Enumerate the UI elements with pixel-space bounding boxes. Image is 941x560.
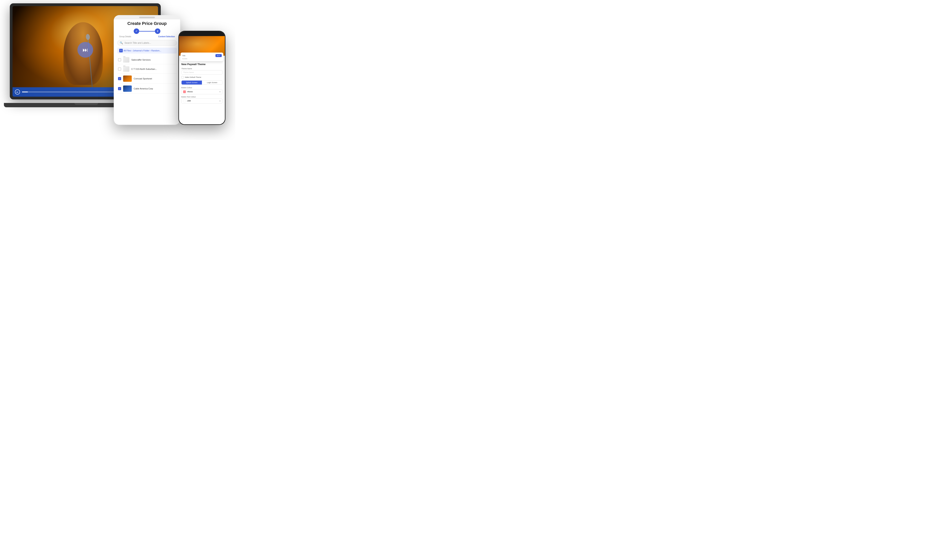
tablet-device: Create Price Group ✓ 2 Group Details Con… bbox=[114, 15, 180, 125]
paywall-theme-section: New Paywall Theme Theme Name Theme Name … bbox=[179, 61, 225, 124]
buy-button[interactable]: BUY bbox=[215, 54, 222, 57]
page-title: Create Price Group bbox=[117, 21, 177, 26]
file-checkbox-3[interactable]: ✓ bbox=[118, 77, 121, 80]
file-list: Salecraffer Services C T V13-North Subur… bbox=[117, 55, 177, 94]
file-checkbox-1[interactable] bbox=[118, 58, 121, 62]
paywall-subtitle: Subtitle bbox=[182, 58, 222, 60]
play-button[interactable]: ⏭ bbox=[15, 89, 20, 94]
file-thumb-4 bbox=[123, 86, 132, 92]
step-2-label: Content Selection bbox=[158, 35, 175, 38]
screen-tabs: Splash Screen Login Screen bbox=[181, 80, 223, 85]
phone-notch bbox=[195, 32, 209, 35]
step-line bbox=[139, 31, 155, 32]
breadcrumb[interactable]: ☰ All Files › Johanna's Folder › Random.… bbox=[117, 48, 177, 54]
file-name-1: Salecraffer Services bbox=[131, 58, 176, 61]
tab-splash-screen[interactable]: Splash Screen bbox=[181, 81, 202, 85]
main-scene: ⏭ ⏭ 0:15 🔊 ⏪ bbox=[10, 3, 226, 137]
make-default-row: Make Default Theme bbox=[181, 76, 223, 78]
tab-login-screen[interactable]: Login Screen bbox=[202, 81, 222, 85]
file-name-2: C T V13-North Suburban... bbox=[131, 68, 176, 70]
file-checkbox-4[interactable]: ✓ bbox=[118, 87, 121, 90]
tablet-inner: Create Price Group ✓ 2 Group Details Con… bbox=[114, 15, 180, 125]
phone-notch-area bbox=[179, 31, 225, 36]
button-text-colour-swatch bbox=[183, 100, 186, 102]
progress-fill bbox=[22, 92, 28, 92]
file-thumb-3 bbox=[123, 75, 132, 82]
button-colour-label: Button Colour bbox=[181, 87, 223, 89]
search-icon: 🔍 bbox=[120, 42, 123, 44]
paywall-title: Title bbox=[182, 55, 186, 57]
tablet-notch bbox=[139, 17, 155, 18]
wizard-stepper: ✓ 2 bbox=[117, 28, 177, 34]
play-overlay-button[interactable]: ⏭ bbox=[77, 42, 93, 58]
list-item: Salecraffer Services bbox=[117, 55, 177, 64]
file-name-3: Comcast Sportsnet bbox=[134, 77, 176, 80]
step-1-circle: ✓ bbox=[134, 28, 139, 34]
step-1-label: Group Details bbox=[119, 35, 131, 38]
theme-name-label: Theme Name bbox=[181, 68, 223, 69]
phone-device: Title BUY Subtitle New Paywall Theme The… bbox=[178, 31, 226, 125]
paywall-card: Title BUY Subtitle bbox=[181, 52, 223, 61]
breadcrumb-text: All Files › Johanna's Folder › Random... bbox=[123, 49, 161, 52]
list-item: ✓ Comcast Sportsnet bbox=[117, 74, 177, 83]
button-colour-value: #ff8990 bbox=[187, 91, 218, 93]
button-colour-swatch bbox=[183, 91, 186, 93]
paywall-card-row: Title BUY bbox=[182, 54, 222, 57]
step-2-circle: 2 bbox=[155, 28, 160, 34]
phone-content: Title BUY Subtitle New Paywall Theme The… bbox=[179, 36, 225, 124]
folder-icon-1 bbox=[123, 57, 129, 63]
list-item: ✓ Cable America Corp bbox=[117, 84, 177, 94]
section-title: New Paywall Theme bbox=[181, 63, 223, 66]
button-text-colour-label: Button Text Colour bbox=[181, 96, 223, 98]
make-default-label: Make Default Theme bbox=[185, 76, 201, 78]
file-checkbox-2[interactable] bbox=[118, 68, 121, 71]
button-text-colour-select[interactable]: #ffffff ▼ bbox=[181, 98, 223, 103]
chevron-down-icon-2: ▼ bbox=[219, 100, 221, 102]
search-placeholder: Search Title and Labels... bbox=[125, 42, 151, 44]
phone-inner: Title BUY Subtitle New Paywall Theme The… bbox=[179, 31, 225, 124]
theme-name-input[interactable]: Theme Name bbox=[181, 70, 223, 74]
step-labels: Group Details Content Selection bbox=[117, 35, 177, 38]
tablet-content: Create Price Group ✓ 2 Group Details Con… bbox=[114, 19, 180, 125]
button-text-colour-value: #ffffff bbox=[187, 100, 218, 102]
folder-icon: ☰ bbox=[119, 49, 123, 52]
tablet-notch-bar bbox=[114, 15, 180, 19]
folder-icon-2 bbox=[123, 66, 129, 72]
file-name-4: Cable America Corp bbox=[134, 88, 176, 90]
search-bar[interactable]: 🔍 Search Title and Labels... bbox=[117, 40, 177, 46]
chevron-down-icon: ▼ bbox=[219, 91, 221, 93]
make-default-checkbox[interactable] bbox=[181, 76, 184, 78]
list-item: C T V13-North Suburban... bbox=[117, 65, 177, 74]
button-colour-select[interactable]: #ff8990 ▼ bbox=[181, 89, 223, 94]
